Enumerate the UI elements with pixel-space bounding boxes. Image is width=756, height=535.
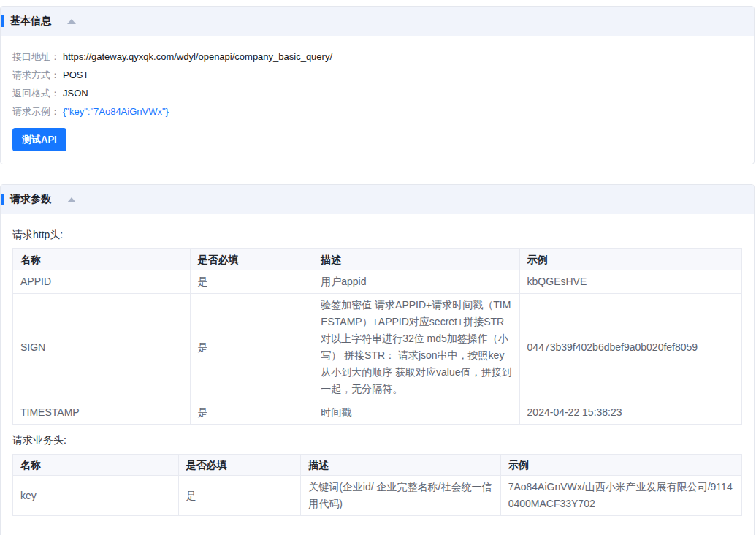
- request-params-header[interactable]: 请求参数: [1, 185, 754, 214]
- collapse-up-icon[interactable]: [67, 197, 76, 202]
- business-header-table: 名称 是否必填 描述 示例 key 是 关键词(企业id/ 企业完整名称/社会统…: [12, 454, 742, 516]
- basic-info-body: 接口地址： https://gateway.qyxqk.com/wdyl/ope…: [1, 36, 754, 164]
- cell-description: 用户appid: [313, 270, 519, 294]
- table-row: TIMESTAMP 是 时间戳 2024-04-22 15:38:23: [13, 401, 742, 425]
- col-example: 示例: [519, 249, 741, 270]
- method-label: 请求方式：: [12, 69, 60, 82]
- accent-bar: [1, 15, 4, 27]
- field-row-example: 请求示例： {"key":"7Ao84AiGnVWx"}: [12, 102, 742, 121]
- col-name: 名称: [13, 455, 179, 476]
- col-required: 是否必填: [190, 249, 313, 270]
- business-header-caption: 请求业务头:: [12, 434, 742, 447]
- col-description: 描述: [301, 455, 500, 476]
- format-label: 返回格式：: [12, 87, 60, 100]
- endpoint-label: 接口地址：: [12, 50, 60, 64]
- cell-required: 是: [190, 401, 313, 425]
- request-params-card: 请求参数 请求http头: 名称 是否必填 描述 示例: [0, 184, 755, 535]
- cell-description: 关键词(企业id/ 企业完整名称/社会统一信用代码): [301, 476, 500, 516]
- cell-name: TIMESTAMP: [13, 401, 191, 425]
- cell-required: 是: [190, 294, 313, 401]
- cell-example: 2024-04-22 15:38:23: [519, 401, 741, 425]
- cell-required: 是: [190, 270, 313, 294]
- field-row-endpoint: 接口地址： https://gateway.qyxqk.com/wdyl/ope…: [12, 48, 742, 66]
- table-row: SIGN 是 验签加密值 请求APPID+请求时间戳（TIMESTAMP）+AP…: [13, 294, 742, 401]
- request-params-body: 请求http头: 名称 是否必填 描述 示例 APPID 是: [1, 214, 754, 535]
- col-required: 是否必填: [178, 455, 301, 476]
- http-header-caption: 请求http头:: [12, 229, 742, 242]
- method-value: POST: [63, 69, 88, 80]
- basic-info-title: 基本信息: [10, 15, 51, 28]
- http-header-table: 名称 是否必填 描述 示例 APPID 是 用户appid kbQGEsHVE …: [12, 248, 742, 425]
- cell-example: 04473b39f402b6dbef9a0b020fef8059: [519, 294, 741, 401]
- table-header-row: 名称 是否必填 描述 示例: [13, 455, 742, 476]
- collapse-up-icon[interactable]: [67, 19, 76, 24]
- col-name: 名称: [13, 249, 191, 270]
- cell-description: 时间戳: [313, 401, 519, 425]
- endpoint-value: https://gateway.qyxqk.com/wdyl/openapi/c…: [63, 51, 332, 62]
- example-value: {"key":"7Ao84AiGnVWx"}: [63, 106, 169, 117]
- accent-bar: [1, 194, 4, 205]
- cell-required: 是: [178, 476, 301, 516]
- cell-description: 验签加密值 请求APPID+请求时间戳（TIMESTAMP）+APPID对应se…: [313, 294, 519, 401]
- table-row: key 是 关键词(企业id/ 企业完整名称/社会统一信用代码) 7Ao84Ai…: [13, 476, 742, 516]
- cell-name: APPID: [13, 270, 191, 294]
- cell-name: key: [13, 476, 179, 516]
- table-row: APPID 是 用户appid kbQGEsHVE: [13, 270, 742, 294]
- test-api-button[interactable]: 测试API: [12, 128, 66, 151]
- field-row-format: 返回格式： JSON: [12, 84, 742, 102]
- basic-info-card: 基本信息 接口地址： https://gateway.qyxqk.com/wdy…: [0, 6, 755, 164]
- example-label: 请求示例：: [12, 105, 60, 118]
- cell-name: SIGN: [13, 294, 191, 401]
- api-doc-page: 基本信息 接口地址： https://gateway.qyxqk.com/wdy…: [0, 0, 756, 535]
- field-row-method: 请求方式： POST: [12, 66, 742, 84]
- cell-example: kbQGEsHVE: [519, 270, 741, 294]
- col-example: 示例: [500, 455, 741, 476]
- request-params-title: 请求参数: [10, 193, 51, 206]
- table-header-row: 名称 是否必填 描述 示例: [13, 249, 742, 270]
- format-value: JSON: [63, 88, 88, 99]
- col-description: 描述: [313, 249, 519, 270]
- basic-info-header[interactable]: 基本信息: [1, 7, 754, 36]
- cell-example: 7Ao84AiGnVWx/山西小米产业发展有限公司/91140400MACF33…: [500, 476, 741, 516]
